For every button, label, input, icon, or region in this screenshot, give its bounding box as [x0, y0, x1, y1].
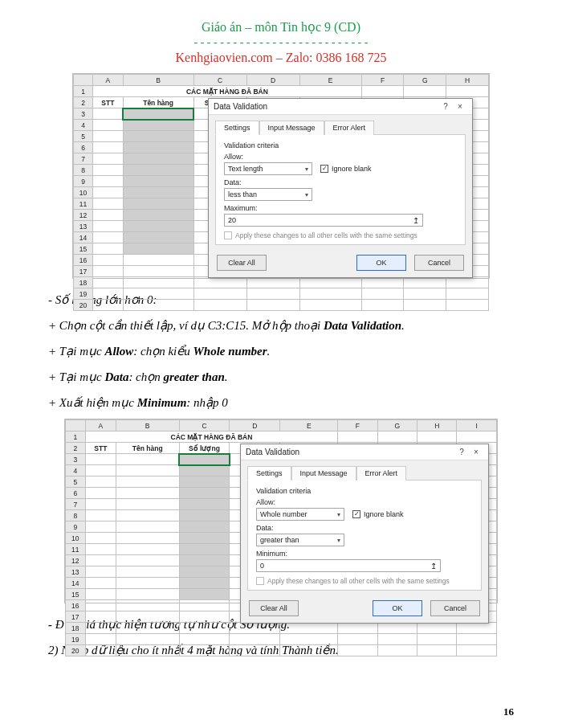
- cell[interactable]: [377, 623, 417, 634]
- col-header[interactable]: H: [446, 75, 489, 86]
- range-selector-icon[interactable]: ↥: [413, 216, 419, 225]
- row-header[interactable]: 13: [66, 566, 86, 578]
- row-header[interactable]: 17: [74, 266, 93, 277]
- col-header[interactable]: I: [457, 420, 497, 431]
- row-header[interactable]: 19: [66, 634, 86, 645]
- apply-changes-checkbox[interactable]: Apply these changes to all other cells w…: [256, 577, 473, 585]
- cell[interactable]: [446, 277, 489, 288]
- row-header[interactable]: 6: [74, 142, 93, 153]
- cell[interactable]: [116, 645, 179, 656]
- row-header[interactable]: 11: [66, 544, 86, 555]
- allow-combo[interactable]: Whole number ▾: [256, 508, 344, 521]
- cell[interactable]: [193, 300, 246, 311]
- col-header[interactable]: A: [93, 75, 123, 86]
- col-header[interactable]: B: [116, 420, 179, 431]
- cell[interactable]: [93, 108, 123, 120]
- cell[interactable]: [116, 578, 179, 589]
- cell-selected[interactable]: [123, 153, 193, 165]
- cell[interactable]: [116, 488, 179, 499]
- cell[interactable]: [93, 153, 123, 165]
- row-header[interactable]: 4: [66, 465, 86, 476]
- col-header[interactable]: C: [193, 75, 246, 86]
- dialog-titlebar[interactable]: Data Validation ? ×: [209, 99, 472, 115]
- cell-selected[interactable]: [179, 510, 230, 521]
- row-header[interactable]: 10: [66, 533, 86, 544]
- cell[interactable]: [85, 533, 116, 544]
- cell-selected[interactable]: [179, 566, 230, 578]
- cell[interactable]: [93, 255, 123, 266]
- cell[interactable]: [85, 566, 116, 578]
- row-header[interactable]: 18: [74, 277, 93, 288]
- tab-error-alert[interactable]: Error Alert: [324, 121, 375, 135]
- cell[interactable]: [404, 288, 446, 300]
- cell-selected[interactable]: [179, 555, 230, 566]
- row-header[interactable]: 12: [74, 210, 93, 221]
- cell[interactable]: [377, 431, 417, 443]
- cell[interactable]: [361, 86, 404, 97]
- cell[interactable]: [93, 221, 123, 232]
- cell-selected[interactable]: [179, 476, 230, 488]
- data-combo[interactable]: less than ▾: [224, 188, 312, 201]
- cell[interactable]: [230, 634, 280, 645]
- cell[interactable]: [361, 300, 404, 311]
- cell[interactable]: [179, 611, 230, 623]
- cell[interactable]: [417, 634, 457, 645]
- cell[interactable]: [85, 544, 116, 555]
- cell[interactable]: [85, 454, 116, 465]
- cell-selected[interactable]: [179, 499, 230, 510]
- cell[interactable]: [404, 277, 446, 288]
- row-header[interactable]: 13: [74, 221, 93, 232]
- cell-selected[interactable]: [123, 232, 193, 243]
- cell[interactable]: [193, 288, 246, 300]
- row-header[interactable]: 19: [74, 288, 93, 300]
- allow-combo[interactable]: Text length ▾: [224, 162, 312, 175]
- row-header[interactable]: 20: [66, 645, 86, 656]
- cell[interactable]: [179, 634, 230, 645]
- cell[interactable]: [116, 600, 179, 611]
- help-button[interactable]: ?: [454, 448, 469, 456]
- cell-selected[interactable]: [123, 187, 193, 198]
- cell[interactable]: [93, 165, 123, 176]
- cell[interactable]: [85, 465, 116, 476]
- cell[interactable]: [417, 623, 457, 634]
- cell-selected[interactable]: [123, 120, 193, 131]
- dialog-titlebar[interactable]: Data Validation ? ×: [241, 444, 488, 460]
- cell[interactable]: [85, 611, 116, 623]
- col-header[interactable]: F: [361, 75, 404, 86]
- col-header[interactable]: E: [280, 420, 338, 431]
- tab-settings[interactable]: Settings: [215, 121, 259, 135]
- cell[interactable]: [299, 300, 361, 311]
- cell-header[interactable]: Số lượng: [179, 443, 230, 454]
- cell-header[interactable]: STT: [93, 97, 123, 108]
- cell[interactable]: [93, 198, 123, 210]
- cell-header[interactable]: Tên hàng: [123, 97, 193, 108]
- cell-selected[interactable]: [179, 465, 230, 476]
- cell[interactable]: [116, 555, 179, 566]
- cell[interactable]: [179, 623, 230, 634]
- clear-all-button[interactable]: Clear All: [217, 255, 267, 271]
- col-header[interactable]: G: [404, 75, 446, 86]
- col-header[interactable]: D: [230, 420, 280, 431]
- row-header[interactable]: 14: [66, 578, 86, 589]
- cell[interactable]: [457, 645, 497, 656]
- ok-button[interactable]: OK: [356, 255, 406, 271]
- cell-selected[interactable]: [179, 488, 230, 499]
- tab-error-alert[interactable]: Error Alert: [356, 466, 407, 481]
- row-header[interactable]: 11: [74, 198, 93, 210]
- apply-changes-checkbox[interactable]: Apply these changes to all other cells w…: [224, 231, 457, 239]
- cell[interactable]: [85, 600, 116, 611]
- row-header[interactable]: 9: [66, 521, 86, 533]
- cell[interactable]: [93, 300, 123, 311]
- cell[interactable]: [230, 645, 280, 656]
- row-header[interactable]: 7: [74, 153, 93, 165]
- cell[interactable]: [123, 288, 193, 300]
- cell[interactable]: [85, 623, 116, 634]
- cell[interactable]: [446, 300, 489, 311]
- cell[interactable]: [179, 600, 230, 611]
- cell-selected[interactable]: [123, 131, 193, 142]
- row-header[interactable]: 20: [74, 300, 93, 311]
- cell[interactable]: [404, 300, 446, 311]
- maximum-input[interactable]: 20 ↥: [224, 214, 423, 227]
- ignore-blank-checkbox[interactable]: ✓ Ignore blank: [352, 510, 404, 518]
- cell-selected[interactable]: [123, 165, 193, 176]
